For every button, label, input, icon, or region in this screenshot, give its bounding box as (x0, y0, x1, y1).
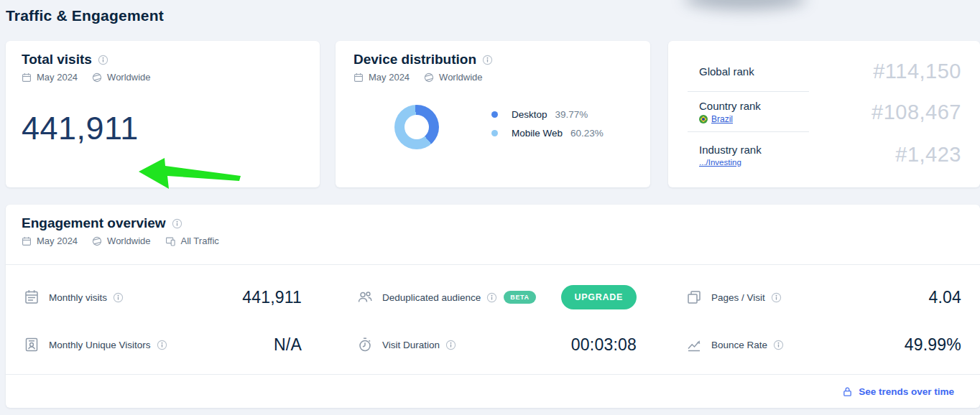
info-icon[interactable] (773, 340, 784, 350)
engagement-overview-title: Engagement overview (22, 215, 166, 231)
mobile-web-dot-icon (491, 130, 498, 136)
metric-monthly-unique-visitors: Monthly Unique Visitors N/A (6, 321, 330, 368)
country-link[interactable]: Brazil (711, 114, 733, 124)
annotation-arrow-icon (136, 154, 245, 192)
legend-item-desktop: Desktop 39.77% (491, 108, 604, 121)
calendar-icon (353, 73, 364, 83)
metric-monthly-visits: Monthly visits 441,911 (6, 274, 330, 321)
desktop-dot-icon (491, 111, 498, 118)
legend-label: Mobile Web (512, 128, 563, 139)
metric-bounce-rate: Bounce Rate 49.99% (667, 321, 980, 368)
date-label: May 2024 (369, 72, 410, 83)
legend-value: 39.77% (555, 109, 588, 120)
legend-item-mobile-web: Mobile Web 60.23% (491, 127, 604, 139)
total-visits-title: Total visits (22, 52, 92, 67)
metric-label: Deduplicated audience (382, 292, 481, 303)
industry-rank-value: #1,423 (895, 143, 961, 167)
legend-value: 60.23% (570, 128, 604, 139)
global-rank-row: Global rank #114,150 (668, 51, 980, 92)
device-legend: Desktop 39.77% Mobile Web 60.23% (491, 108, 604, 139)
globe-icon (424, 73, 434, 83)
total-visits-value: 441,911 (22, 110, 139, 147)
metric-value: 49.99% (905, 335, 961, 355)
lock-icon (842, 386, 853, 397)
metric-value: N/A (274, 335, 302, 355)
metric-value: 4.04 (928, 288, 961, 307)
region-label: Worldwide (439, 72, 482, 83)
country-rank-label: Country rank (699, 100, 761, 112)
device-donut-chart (394, 105, 439, 149)
calendar-icon (22, 73, 32, 83)
audience-people-icon (357, 289, 373, 305)
date-label: May 2024 (37, 72, 78, 83)
industry-rank-label: Industry rank (699, 144, 762, 156)
calendar-icon (22, 236, 32, 246)
pages-icon (686, 289, 702, 305)
industry-link[interactable]: .../Investing (699, 158, 741, 167)
upgrade-button[interactable]: UPGRADE (561, 285, 637, 309)
page-title: Traffic & Engagement (6, 7, 164, 24)
metric-deduplicated-audience: Deduplicated audience BETA UPGRADE (330, 274, 667, 321)
globe-icon (92, 236, 102, 246)
calendar-metric-icon (24, 289, 40, 305)
country-rank-row: Country rank Brazil #108,467 (668, 92, 980, 132)
device-distribution-title: Device distribution (353, 52, 476, 67)
legend-label: Desktop (512, 109, 547, 120)
total-visits-card: Total visits May 2024 Worldwide 441,911 (6, 41, 320, 187)
info-icon[interactable] (113, 292, 124, 303)
metric-label: Visit Duration (382, 340, 440, 350)
country-rank-value: #108,467 (872, 101, 961, 124)
device-distribution-card: Device distribution May 2024 Worldwide D… (336, 41, 650, 187)
traffic-label: All Traffic (181, 236, 219, 246)
global-rank-label: Global rank (699, 65, 754, 78)
info-icon[interactable] (157, 340, 167, 350)
info-icon[interactable] (445, 340, 456, 350)
metric-pages-per-visit: Pages / Visit 4.04 (667, 274, 980, 321)
date-label: May 2024 (37, 236, 78, 246)
visitor-badge-icon (24, 337, 40, 353)
bounce-rate-icon (686, 337, 702, 353)
metric-value: 441,911 (242, 288, 302, 307)
region-label: Worldwide (107, 72, 150, 83)
brazil-flag-icon (699, 115, 708, 123)
metrics-grid: Monthly visits 441,911 Deduplicated audi… (6, 265, 980, 368)
engagement-overview-card: Engagement overview May 2024 Worldwide A… (6, 205, 980, 408)
info-icon[interactable] (486, 292, 497, 303)
region-label: Worldwide (107, 236, 150, 246)
metric-label: Bounce Rate (711, 340, 767, 350)
ranks-card: Global rank #114,150 Country rank Brazil… (668, 41, 980, 187)
info-icon[interactable] (172, 218, 182, 229)
floating-element-shadow (684, 0, 806, 10)
metric-label: Monthly visits (49, 292, 107, 303)
donut-hole (405, 115, 429, 139)
see-trends-link[interactable]: See trends over time (842, 386, 954, 397)
metric-value: 00:03:08 (571, 335, 637, 355)
globe-icon (92, 73, 102, 83)
stopwatch-icon (357, 337, 373, 353)
metric-label: Monthly Unique Visitors (49, 340, 151, 350)
beta-badge: BETA (504, 291, 535, 304)
see-trends-label: See trends over time (859, 386, 954, 397)
industry-rank-row: Industry rank .../Investing #1,423 (668, 132, 980, 177)
global-rank-value: #114,150 (873, 60, 961, 83)
metric-visit-duration: Visit Duration 00:03:08 (330, 321, 667, 368)
info-icon[interactable] (98, 55, 108, 65)
info-icon[interactable] (771, 292, 782, 303)
devices-icon (165, 236, 176, 246)
metric-label: Pages / Visit (711, 292, 765, 303)
info-icon[interactable] (482, 55, 493, 65)
